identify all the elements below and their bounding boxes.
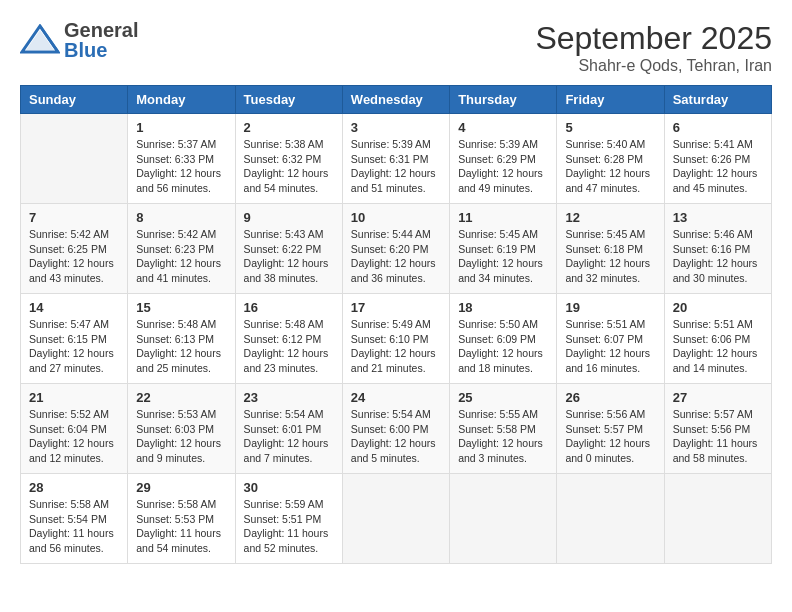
title-section: September 2025 Shahr-e Qods, Tehran, Ira… (535, 20, 772, 75)
calendar-cell: 29Sunrise: 5:58 AM Sunset: 5:53 PM Dayli… (128, 474, 235, 564)
calendar-cell: 26Sunrise: 5:56 AM Sunset: 5:57 PM Dayli… (557, 384, 664, 474)
day-number: 7 (29, 210, 119, 225)
day-info: Sunrise: 5:39 AM Sunset: 6:31 PM Dayligh… (351, 137, 441, 196)
day-number: 19 (565, 300, 655, 315)
calendar-week-row: 21Sunrise: 5:52 AM Sunset: 6:04 PM Dayli… (21, 384, 772, 474)
calendar-cell: 16Sunrise: 5:48 AM Sunset: 6:12 PM Dayli… (235, 294, 342, 384)
day-number: 23 (244, 390, 334, 405)
day-number: 21 (29, 390, 119, 405)
calendar-cell: 25Sunrise: 5:55 AM Sunset: 5:58 PM Dayli… (450, 384, 557, 474)
calendar-cell: 23Sunrise: 5:54 AM Sunset: 6:01 PM Dayli… (235, 384, 342, 474)
day-info: Sunrise: 5:45 AM Sunset: 6:18 PM Dayligh… (565, 227, 655, 286)
calendar-cell: 24Sunrise: 5:54 AM Sunset: 6:00 PM Dayli… (342, 384, 449, 474)
day-number: 25 (458, 390, 548, 405)
day-number: 9 (244, 210, 334, 225)
day-number: 12 (565, 210, 655, 225)
calendar-cell: 6Sunrise: 5:41 AM Sunset: 6:26 PM Daylig… (664, 114, 771, 204)
day-info: Sunrise: 5:44 AM Sunset: 6:20 PM Dayligh… (351, 227, 441, 286)
day-info: Sunrise: 5:55 AM Sunset: 5:58 PM Dayligh… (458, 407, 548, 466)
calendar-cell: 22Sunrise: 5:53 AM Sunset: 6:03 PM Dayli… (128, 384, 235, 474)
calendar-cell: 8Sunrise: 5:42 AM Sunset: 6:23 PM Daylig… (128, 204, 235, 294)
calendar-week-row: 28Sunrise: 5:58 AM Sunset: 5:54 PM Dayli… (21, 474, 772, 564)
calendar-cell: 30Sunrise: 5:59 AM Sunset: 5:51 PM Dayli… (235, 474, 342, 564)
calendar-cell: 19Sunrise: 5:51 AM Sunset: 6:07 PM Dayli… (557, 294, 664, 384)
day-info: Sunrise: 5:42 AM Sunset: 6:23 PM Dayligh… (136, 227, 226, 286)
day-info: Sunrise: 5:38 AM Sunset: 6:32 PM Dayligh… (244, 137, 334, 196)
calendar-cell: 1Sunrise: 5:37 AM Sunset: 6:33 PM Daylig… (128, 114, 235, 204)
day-number: 2 (244, 120, 334, 135)
logo-icon (20, 24, 60, 56)
page-header: General Blue September 2025 Shahr-e Qods… (20, 20, 772, 75)
day-info: Sunrise: 5:41 AM Sunset: 6:26 PM Dayligh… (673, 137, 763, 196)
month-title: September 2025 (535, 20, 772, 57)
calendar-cell: 11Sunrise: 5:45 AM Sunset: 6:19 PM Dayli… (450, 204, 557, 294)
calendar-cell: 14Sunrise: 5:47 AM Sunset: 6:15 PM Dayli… (21, 294, 128, 384)
day-number: 14 (29, 300, 119, 315)
day-number: 22 (136, 390, 226, 405)
day-number: 28 (29, 480, 119, 495)
calendar-cell: 7Sunrise: 5:42 AM Sunset: 6:25 PM Daylig… (21, 204, 128, 294)
calendar-cell: 5Sunrise: 5:40 AM Sunset: 6:28 PM Daylig… (557, 114, 664, 204)
calendar-header-row: SundayMondayTuesdayWednesdayThursdayFrid… (21, 86, 772, 114)
day-info: Sunrise: 5:39 AM Sunset: 6:29 PM Dayligh… (458, 137, 548, 196)
day-info: Sunrise: 5:49 AM Sunset: 6:10 PM Dayligh… (351, 317, 441, 376)
day-number: 6 (673, 120, 763, 135)
calendar-week-row: 14Sunrise: 5:47 AM Sunset: 6:15 PM Dayli… (21, 294, 772, 384)
day-info: Sunrise: 5:58 AM Sunset: 5:54 PM Dayligh… (29, 497, 119, 556)
day-info: Sunrise: 5:52 AM Sunset: 6:04 PM Dayligh… (29, 407, 119, 466)
calendar-cell: 28Sunrise: 5:58 AM Sunset: 5:54 PM Dayli… (21, 474, 128, 564)
calendar-cell: 27Sunrise: 5:57 AM Sunset: 5:56 PM Dayli… (664, 384, 771, 474)
calendar-cell: 2Sunrise: 5:38 AM Sunset: 6:32 PM Daylig… (235, 114, 342, 204)
calendar-cell: 20Sunrise: 5:51 AM Sunset: 6:06 PM Dayli… (664, 294, 771, 384)
day-number: 29 (136, 480, 226, 495)
column-header-tuesday: Tuesday (235, 86, 342, 114)
day-number: 15 (136, 300, 226, 315)
day-info: Sunrise: 5:45 AM Sunset: 6:19 PM Dayligh… (458, 227, 548, 286)
day-number: 13 (673, 210, 763, 225)
calendar-cell (664, 474, 771, 564)
column-header-sunday: Sunday (21, 86, 128, 114)
day-info: Sunrise: 5:57 AM Sunset: 5:56 PM Dayligh… (673, 407, 763, 466)
column-header-monday: Monday (128, 86, 235, 114)
day-info: Sunrise: 5:54 AM Sunset: 6:01 PM Dayligh… (244, 407, 334, 466)
calendar-cell: 18Sunrise: 5:50 AM Sunset: 6:09 PM Dayli… (450, 294, 557, 384)
day-number: 30 (244, 480, 334, 495)
calendar-cell (450, 474, 557, 564)
column-header-wednesday: Wednesday (342, 86, 449, 114)
day-number: 5 (565, 120, 655, 135)
day-number: 18 (458, 300, 548, 315)
calendar-cell (342, 474, 449, 564)
day-info: Sunrise: 5:53 AM Sunset: 6:03 PM Dayligh… (136, 407, 226, 466)
day-number: 27 (673, 390, 763, 405)
calendar-cell: 3Sunrise: 5:39 AM Sunset: 6:31 PM Daylig… (342, 114, 449, 204)
day-number: 8 (136, 210, 226, 225)
calendar-cell: 12Sunrise: 5:45 AM Sunset: 6:18 PM Dayli… (557, 204, 664, 294)
day-info: Sunrise: 5:58 AM Sunset: 5:53 PM Dayligh… (136, 497, 226, 556)
day-number: 17 (351, 300, 441, 315)
day-number: 4 (458, 120, 548, 135)
day-number: 10 (351, 210, 441, 225)
calendar-week-row: 7Sunrise: 5:42 AM Sunset: 6:25 PM Daylig… (21, 204, 772, 294)
location-subtitle: Shahr-e Qods, Tehran, Iran (535, 57, 772, 75)
day-info: Sunrise: 5:56 AM Sunset: 5:57 PM Dayligh… (565, 407, 655, 466)
day-info: Sunrise: 5:43 AM Sunset: 6:22 PM Dayligh… (244, 227, 334, 286)
day-info: Sunrise: 5:51 AM Sunset: 6:06 PM Dayligh… (673, 317, 763, 376)
calendar-cell (557, 474, 664, 564)
day-info: Sunrise: 5:37 AM Sunset: 6:33 PM Dayligh… (136, 137, 226, 196)
day-info: Sunrise: 5:54 AM Sunset: 6:00 PM Dayligh… (351, 407, 441, 466)
day-number: 1 (136, 120, 226, 135)
day-info: Sunrise: 5:42 AM Sunset: 6:25 PM Dayligh… (29, 227, 119, 286)
calendar-week-row: 1Sunrise: 5:37 AM Sunset: 6:33 PM Daylig… (21, 114, 772, 204)
calendar-cell: 13Sunrise: 5:46 AM Sunset: 6:16 PM Dayli… (664, 204, 771, 294)
calendar-cell (21, 114, 128, 204)
column-header-friday: Friday (557, 86, 664, 114)
day-number: 16 (244, 300, 334, 315)
calendar-table: SundayMondayTuesdayWednesdayThursdayFrid… (20, 85, 772, 564)
calendar-cell: 17Sunrise: 5:49 AM Sunset: 6:10 PM Dayli… (342, 294, 449, 384)
day-info: Sunrise: 5:59 AM Sunset: 5:51 PM Dayligh… (244, 497, 334, 556)
calendar-cell: 21Sunrise: 5:52 AM Sunset: 6:04 PM Dayli… (21, 384, 128, 474)
day-info: Sunrise: 5:46 AM Sunset: 6:16 PM Dayligh… (673, 227, 763, 286)
day-info: Sunrise: 5:50 AM Sunset: 6:09 PM Dayligh… (458, 317, 548, 376)
calendar-cell: 10Sunrise: 5:44 AM Sunset: 6:20 PM Dayli… (342, 204, 449, 294)
column-header-saturday: Saturday (664, 86, 771, 114)
